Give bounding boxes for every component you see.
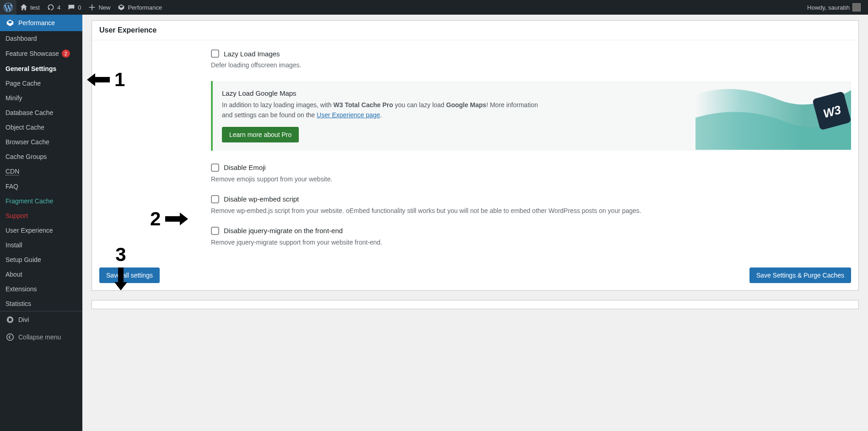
admin-toolbar: test 4 0 New Performance Howdy, saurabh bbox=[0, 0, 868, 15]
promo-text: In addition to lazy loading images, with… bbox=[222, 100, 542, 120]
sidebar-item-label: Minify bbox=[5, 94, 22, 102]
learn-more-pro-button[interactable]: Learn more about Pro bbox=[222, 127, 299, 142]
sidebar-item-label: Extensions bbox=[5, 285, 37, 293]
divi-label: Divi bbox=[18, 316, 29, 323]
sidebar-item-label: Object Cache bbox=[5, 124, 44, 131]
badge: 2 bbox=[62, 49, 70, 58]
pro-promo-box: W3 Lazy Load Google Maps In addition to … bbox=[211, 81, 851, 151]
adminbar-right: Howdy, saurabh bbox=[803, 3, 864, 11]
sidebar-item-page-cache[interactable]: Page Cache bbox=[0, 76, 82, 91]
sidebar-item-label: Support bbox=[5, 212, 28, 219]
svg-text:W3: W3 bbox=[822, 103, 843, 120]
sidebar-item-label: Dashboard bbox=[5, 35, 37, 42]
divi-icon bbox=[5, 315, 15, 324]
sidebar-item-label: Statistics bbox=[5, 300, 31, 307]
disable-emoji-desc: Remove emojis support from your website. bbox=[211, 175, 851, 184]
disable-wpembed-label: Disable wp-embed script bbox=[224, 195, 299, 203]
sidebar-item-label: Database Cache bbox=[5, 109, 53, 116]
new-content-link[interactable]: New bbox=[85, 0, 114, 15]
disable-emoji-label: Disable Emoji bbox=[224, 164, 266, 171]
comments-link[interactable]: 0 bbox=[64, 0, 85, 15]
next-panel bbox=[92, 300, 859, 309]
svg-point-1 bbox=[7, 334, 13, 340]
gear-icon bbox=[5, 18, 15, 27]
site-name: test bbox=[30, 4, 40, 11]
admin-sidebar: Performance DashboardFeature Showcase2Ge… bbox=[0, 15, 82, 431]
sidebar-item-faq[interactable]: FAQ bbox=[0, 179, 82, 194]
performance-toolbar-link[interactable]: Performance bbox=[114, 0, 165, 15]
howdy-text: Howdy, saurabh bbox=[807, 4, 850, 11]
sidebar-item-label: Setup Guide bbox=[5, 256, 41, 263]
panel-buttons: Save all settings Save Settings & Purge … bbox=[92, 267, 858, 290]
promo-title: Lazy Load Google Maps bbox=[222, 89, 842, 97]
setting-disable-jqmigrate: Disable jquery-migrate on the front-end … bbox=[211, 227, 851, 247]
site-name-link[interactable]: test bbox=[16, 0, 43, 15]
plus-icon bbox=[88, 4, 96, 11]
sidebar-header-label: Performance bbox=[18, 19, 55, 27]
sidebar-item-feature-showcase[interactable]: Feature Showcase2 bbox=[0, 46, 82, 61]
sidebar-item-minify[interactable]: Minify bbox=[0, 91, 82, 105]
setting-lazy-load-images: Lazy Load Images Defer loading offscreen… bbox=[211, 49, 851, 70]
sidebar-item-user-experience[interactable]: User Experience bbox=[0, 223, 82, 238]
updates-link[interactable]: 4 bbox=[43, 0, 64, 15]
sidebar-item-label: Cache Groups bbox=[5, 153, 47, 160]
main-content: User Experience Lazy Load Images Defer l… bbox=[82, 15, 868, 431]
disable-emoji-checkbox[interactable] bbox=[211, 164, 219, 172]
sidebar-item-cache-groups[interactable]: Cache Groups bbox=[0, 149, 82, 164]
sidebar-item-about[interactable]: About bbox=[0, 267, 82, 282]
sidebar-item-support[interactable]: Support bbox=[0, 208, 82, 223]
sidebar-item-dashboard[interactable]: Dashboard bbox=[0, 31, 82, 46]
sidebar-item-install[interactable]: Install bbox=[0, 238, 82, 252]
sidebar-item-divi[interactable]: Divi bbox=[0, 311, 82, 328]
user-experience-panel: User Experience Lazy Load Images Defer l… bbox=[92, 20, 859, 291]
comment-icon bbox=[68, 4, 75, 11]
sidebar-item-object-cache[interactable]: Object Cache bbox=[0, 120, 82, 135]
comments-count: 0 bbox=[78, 4, 81, 11]
sidebar-item-setup-guide[interactable]: Setup Guide bbox=[0, 252, 82, 267]
save-purge-button[interactable]: Save Settings & Purge Caches bbox=[749, 267, 851, 283]
sidebar-item-database-cache[interactable]: Database Cache bbox=[0, 105, 82, 120]
user-experience-page-link[interactable]: User Experience page bbox=[317, 111, 380, 119]
lazy-load-images-checkbox[interactable] bbox=[211, 49, 219, 58]
sidebar-item-fragment-cache[interactable]: Fragment Cache bbox=[0, 194, 82, 208]
save-all-settings-button[interactable]: Save all settings bbox=[99, 267, 160, 283]
setting-disable-emoji: Disable Emoji Remove emojis support from… bbox=[211, 164, 851, 184]
sidebar-item-label: CDN bbox=[5, 168, 19, 175]
wordpress-icon bbox=[4, 3, 13, 12]
home-icon bbox=[20, 4, 27, 11]
sidebar-item-label: Page Cache bbox=[5, 80, 41, 87]
sidebar-item-browser-cache[interactable]: Browser Cache bbox=[0, 135, 82, 149]
sidebar-item-statistics[interactable]: Statistics bbox=[0, 296, 82, 311]
setting-disable-wpembed: Disable wp-embed script Remove wp-embed.… bbox=[211, 195, 851, 216]
sidebar-item-label: User Experience bbox=[5, 227, 53, 234]
sidebar-item-label: Browser Cache bbox=[5, 138, 49, 146]
disable-jqmigrate-checkbox[interactable] bbox=[211, 227, 219, 235]
disable-wpembed-checkbox[interactable] bbox=[211, 195, 219, 203]
lazy-load-images-desc: Defer loading offscreen images. bbox=[211, 60, 851, 70]
sidebar-header-performance[interactable]: Performance bbox=[0, 15, 82, 31]
sidebar-item-label: Install bbox=[5, 241, 22, 249]
updates-count: 4 bbox=[57, 4, 60, 11]
howdy-link[interactable]: Howdy, saurabh bbox=[803, 3, 864, 11]
adminbar-left: test 4 0 New Performance bbox=[0, 0, 166, 15]
user-avatar bbox=[852, 3, 861, 11]
sidebar-item-label: General Settings bbox=[5, 65, 56, 72]
performance-toolbar-label: Performance bbox=[128, 4, 162, 11]
sidebar-item-label: Fragment Cache bbox=[5, 197, 53, 205]
wp-logo[interactable] bbox=[0, 0, 16, 15]
performance-icon bbox=[118, 4, 125, 11]
sidebar-item-general-settings[interactable]: General Settings bbox=[0, 61, 82, 76]
sidebar-item-extensions[interactable]: Extensions bbox=[0, 282, 82, 296]
collapse-menu[interactable]: Collapse menu bbox=[0, 328, 82, 346]
update-icon bbox=[47, 4, 54, 11]
sidebar-item-label: FAQ bbox=[5, 183, 18, 190]
sidebar-item-label: About bbox=[5, 271, 22, 278]
sidebar-item-cdn[interactable]: CDN bbox=[0, 164, 82, 179]
collapse-icon bbox=[5, 333, 15, 342]
sidebar-item-label: Feature Showcase bbox=[5, 50, 59, 57]
disable-jqmigrate-desc: Remove jquery-migrate support from your … bbox=[211, 238, 851, 247]
new-label: New bbox=[98, 4, 110, 11]
disable-wpembed-desc: Remove wp-embed.js script from your webs… bbox=[211, 206, 851, 216]
collapse-label: Collapse menu bbox=[18, 333, 61, 341]
panel-title: User Experience bbox=[92, 21, 858, 40]
